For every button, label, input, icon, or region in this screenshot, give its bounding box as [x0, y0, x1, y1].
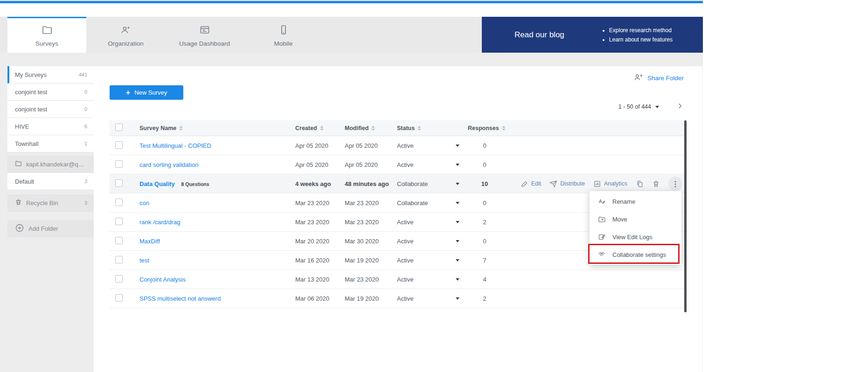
caret-down-icon — [456, 202, 459, 204]
folder-label: My Surveys — [15, 71, 47, 78]
more-options-button[interactable]: ⋮ — [668, 177, 682, 191]
sort-icon — [417, 126, 421, 131]
folder-count: 441 — [79, 72, 87, 77]
sidebar-item-shared-account[interactable]: kapil.khandekar@que... — [7, 156, 94, 173]
row-checkbox[interactable] — [115, 256, 123, 263]
folder-label: Default — [15, 178, 34, 185]
row-checkbox[interactable] — [115, 141, 123, 149]
row-checkbox[interactable] — [115, 218, 123, 225]
sidebar-item-conjoint-test-1[interactable]: conjoint test 0 — [7, 83, 94, 101]
pagination-dropdown[interactable]: 1 - 50 of 444 — [618, 103, 659, 110]
header-responses[interactable]: Responses — [468, 125, 501, 131]
created-cell: Mar 13 2020 — [295, 276, 345, 283]
responses-cell: 7 — [468, 257, 501, 264]
next-page-button[interactable]: › — [678, 100, 682, 111]
status-dropdown[interactable]: Active — [397, 276, 468, 283]
tab-surveys[interactable]: Surveys — [7, 17, 86, 53]
sort-icon — [320, 126, 324, 131]
row-checkbox[interactable] — [115, 199, 123, 206]
menu-item-rename[interactable]: Rename — [590, 193, 681, 210]
sidebar-item-recycle-bin[interactable]: Recycle Bin 3 — [7, 194, 94, 212]
row-checkbox[interactable] — [115, 160, 123, 168]
created-cell: Mar 16 2020 — [295, 257, 345, 264]
tab-label: Mobile — [274, 40, 293, 47]
select-all-checkbox[interactable] — [115, 124, 123, 131]
modified-cell: Apr 05 2020 — [345, 161, 397, 168]
survey-name-link[interactable]: card sorting validation — [139, 161, 198, 168]
modified-cell: Mar 30 2020 — [345, 238, 397, 245]
sort-icon — [179, 126, 183, 131]
tab-organization[interactable]: Organization — [86, 17, 165, 53]
status-dropdown[interactable]: Active — [397, 161, 468, 168]
delete-icon[interactable] — [652, 180, 660, 188]
modified-cell: 48 minutes ago — [345, 180, 397, 187]
row-context-menu: Rename Move View Edit Logs Collaborate s… — [590, 191, 681, 265]
blog-banner: Read our blog Explore research method Le… — [482, 17, 703, 53]
sidebar-item-conjoint-test-2[interactable]: conjoint test 0 — [7, 101, 94, 118]
row-checkbox[interactable] — [115, 179, 123, 187]
add-folder-button[interactable]: Add Folder — [7, 220, 94, 237]
tab-label: Organization — [108, 40, 144, 47]
header-survey-name[interactable]: Survey Name — [139, 125, 295, 131]
status-dropdown[interactable]: Collaborate — [397, 180, 468, 187]
plus-circle-icon — [15, 223, 28, 234]
row-checkbox[interactable] — [115, 237, 123, 244]
created-cell: Apr 05 2020 — [295, 142, 345, 149]
tab-usage-dashboard[interactable]: Usage Dashboard — [165, 17, 244, 53]
send-icon — [549, 180, 557, 188]
table-row: card sorting validation Apr 05 2020 Apr … — [110, 155, 686, 174]
header-modified[interactable]: Modified — [345, 125, 397, 131]
survey-name-link[interactable]: Data Quality — [139, 180, 175, 187]
distribute-button[interactable]: Distribute — [549, 180, 585, 188]
tab-mobile[interactable]: Mobile — [244, 17, 323, 53]
survey-name-link[interactable]: Conjoint Analysis — [139, 276, 186, 283]
row-checkbox[interactable] — [115, 275, 123, 282]
read-our-blog-link[interactable]: Read our blog — [514, 30, 564, 40]
blog-bullet: Learn about new features — [609, 35, 673, 44]
top-band — [0, 3, 703, 17]
row-checkbox[interactable] — [115, 294, 123, 302]
folder-label: HIVE — [15, 123, 29, 130]
menu-item-view-edit-logs[interactable]: View Edit Logs — [590, 228, 681, 246]
folder-label: Recycle Bin — [26, 200, 58, 207]
caret-down-icon — [655, 106, 659, 108]
status-dropdown[interactable]: Active — [397, 295, 468, 302]
status-dropdown[interactable]: Active — [397, 142, 468, 149]
table-row: Test Multilingual - COPIED Apr 05 2020 A… — [110, 136, 686, 155]
share-folder-button[interactable]: Share Folder — [633, 72, 684, 83]
survey-name-link[interactable]: SPSS multiselect not answerd — [139, 295, 221, 302]
edit-button[interactable]: Edit — [521, 180, 542, 188]
new-survey-button[interactable]: + New Survey — [110, 85, 183, 100]
created-cell: Apr 05 2020 — [295, 161, 345, 168]
status-dropdown[interactable]: Active — [397, 219, 468, 226]
header-status[interactable]: Status — [397, 125, 468, 131]
copy-icon[interactable] — [636, 180, 644, 188]
sidebar-item-hive[interactable]: HIVE 6 — [7, 118, 94, 135]
status-dropdown[interactable]: Active — [397, 238, 468, 245]
blog-bullet: Explore research method — [609, 26, 673, 35]
sidebar-item-townhall[interactable]: Townhall 1 — [7, 135, 94, 152]
survey-name-link[interactable]: test — [139, 257, 149, 264]
survey-name-link[interactable]: rank /card/drag — [139, 219, 180, 226]
bar-chart-icon — [593, 180, 601, 188]
caret-down-icon — [456, 221, 459, 223]
table-row-hovered: Data Quality 8 Questions 4 weeks ago 48 … — [110, 174, 686, 193]
sidebar-item-my-surveys[interactable]: My Surveys 441 — [7, 66, 94, 83]
responses-cell: 0 — [468, 142, 501, 149]
responses-cell: 2 — [468, 295, 501, 302]
survey-name-link[interactable]: Test Multilingual - COPIED — [139, 142, 211, 149]
table-scrollbar[interactable] — [684, 120, 687, 312]
status-dropdown[interactable]: Active — [397, 257, 468, 264]
modified-cell: Apr 05 2020 — [345, 142, 397, 149]
menu-item-move[interactable]: Move — [590, 210, 681, 228]
sidebar-item-default[interactable]: Default 3 — [7, 173, 94, 190]
status-dropdown[interactable]: Collaborate — [397, 200, 468, 207]
created-cell: Mar 20 2020 — [295, 238, 345, 245]
header-created[interactable]: Created — [295, 125, 345, 131]
menu-item-collaborate-settings[interactable]: Collaborate settings — [590, 246, 681, 263]
responses-cell: 0 — [468, 161, 501, 168]
survey-name-link[interactable]: con — [139, 200, 149, 207]
survey-name-link[interactable]: MaxDiff — [139, 238, 160, 245]
folder-count: 6 — [84, 124, 87, 129]
analytics-button[interactable]: Analytics — [593, 180, 627, 188]
